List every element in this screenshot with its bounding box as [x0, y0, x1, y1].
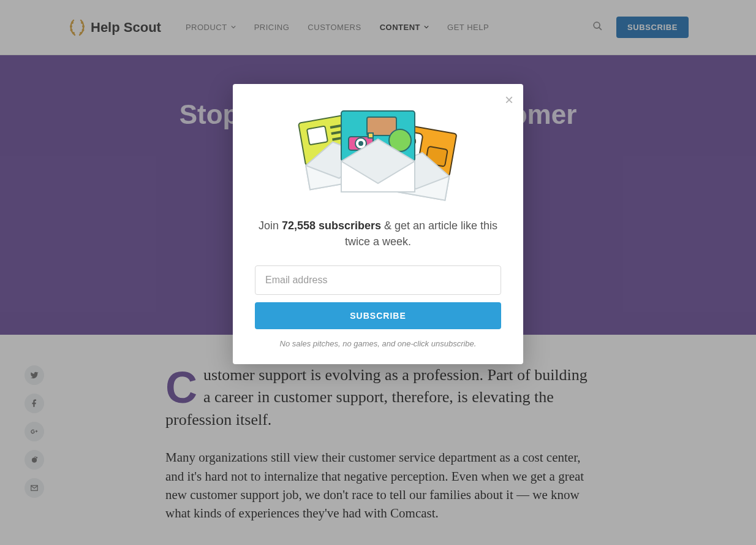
subscribe-modal: × — [233, 84, 523, 364]
svg-rect-13 — [307, 126, 328, 145]
modal-overlay[interactable]: × — [0, 0, 756, 545]
envelopes-illustration — [255, 105, 501, 203]
svg-rect-31 — [368, 133, 373, 138]
modal-fineprint: No sales pitches, no games, and one-clic… — [255, 339, 501, 348]
modal-copy: Join 72,558 subscribers & get an article… — [255, 218, 501, 250]
modal-copy-prefix: Join — [259, 219, 282, 232]
modal-copy-subscribers: 72,558 subscribers — [282, 219, 381, 232]
svg-point-30 — [358, 141, 363, 146]
email-input[interactable] — [255, 265, 501, 295]
close-icon[interactable]: × — [505, 91, 513, 109]
modal-subscribe-button[interactable]: SUBSCRIBE — [255, 302, 501, 329]
